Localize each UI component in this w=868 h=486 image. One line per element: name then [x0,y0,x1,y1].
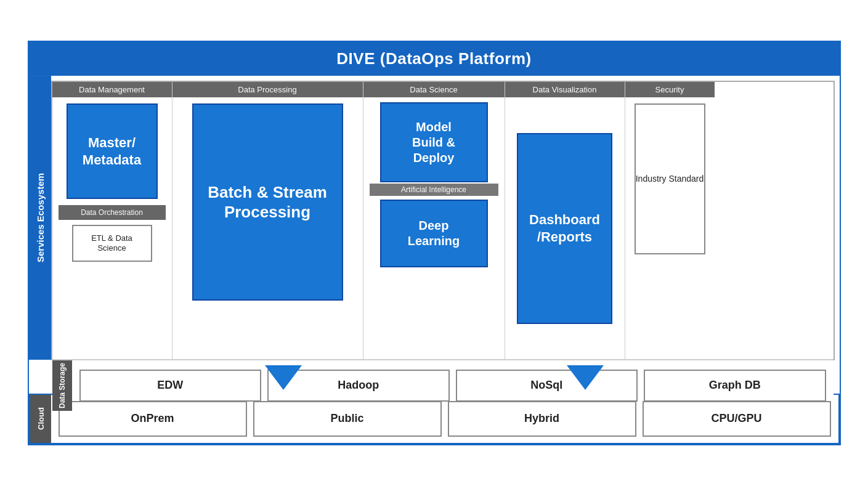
cloud-items: OnPrem Public Hybrid CPU/GPU [51,395,838,443]
batch-stream-box: Batch & StreamProcessing [192,103,343,301]
model-label: ModelBuild &Deploy [412,119,455,166]
arrow-right [567,365,604,390]
cpugpu-box: CPU/GPU [643,401,831,437]
col-data-management: Data Management Master/Metadata Data Orc… [52,82,172,358]
deep-learning-box: DeepLearning [380,200,488,267]
dashboard-label: Dashboard/Reports [529,211,600,245]
orchestration-header: Data Orchestration [59,205,166,220]
storage-label: Data Storage [52,360,72,411]
cloud-row: Cloud OnPrem Public Hybrid CPU/GPU [30,395,838,443]
cloud-container: Cloud OnPrem Public Hybrid CPU/GPU [29,394,840,444]
data-science-header: Data Science [363,82,505,97]
onprem-box: OnPrem [59,401,247,437]
col-data-science: Data Science ModelBuild &Deploy Artifici… [363,82,505,358]
data-science-body: ModelBuild &Deploy Artificial Intelligen… [363,97,505,272]
services-label: Services Ecosystem [29,76,51,360]
model-build-deploy-box: ModelBuild &Deploy [380,102,488,182]
main-container: DIVE (DataOps Platform) Services Ecosyst… [28,41,841,445]
main-title: DIVE (DataOps Platform) [336,49,531,68]
col-security: Security Industry Standard [625,82,715,358]
col-data-processing: Data Processing Batch & StreamProcessing [172,82,363,358]
services-ecosystem-area: Services Ecosystem Data Management Maste… [29,76,840,360]
diagram-wrapper: DIVE (DataOps Platform) Services Ecosyst… [28,41,841,445]
master-metadata-label: Master/Metadata [83,134,141,168]
data-processing-header: Data Processing [172,82,363,97]
data-visualization-body: Dashboard/Reports [505,97,625,358]
columns-row: Data Management Master/Metadata Data Orc… [52,82,834,358]
public-box: Public [253,401,442,437]
data-processing-body: Batch & StreamProcessing [172,97,363,358]
ai-subheader: Artificial Intelligence [370,184,498,196]
orchestration-section: Data Orchestration ETL & DataScience [59,205,166,267]
dashboard-reports-box: Dashboard/Reports [517,133,612,324]
data-management-body: Master/Metadata Data Orchestration ETL &… [52,97,172,358]
batch-stream-label: Batch & StreamProcessing [208,182,327,222]
services-inner-box: Data Management Master/Metadata Data Orc… [51,81,835,360]
data-management-header: Data Management [52,82,172,97]
etl-box: ETL & DataScience [72,225,152,262]
arrow-left [265,365,302,390]
security-body: Industry Standard [625,97,715,358]
etl-wrapper: ETL & DataScience [59,220,166,267]
title-bar: DIVE (DataOps Platform) [29,42,840,76]
cloud-label: Cloud [30,395,51,443]
hybrid-box: Hybrid [448,401,636,437]
industry-standard-box: Industry Standard [635,103,705,254]
deep-learning-label: DeepLearning [408,218,460,249]
security-header: Security [625,82,715,97]
master-metadata-box: Master/Metadata [67,103,158,199]
col-data-visualization: Data Visualization Dashboard/Reports [505,82,625,358]
etl-label: ETL & DataScience [91,233,132,254]
data-visualization-header: Data Visualization [505,82,625,97]
industry-standard-label: Industry Standard [636,174,704,185]
